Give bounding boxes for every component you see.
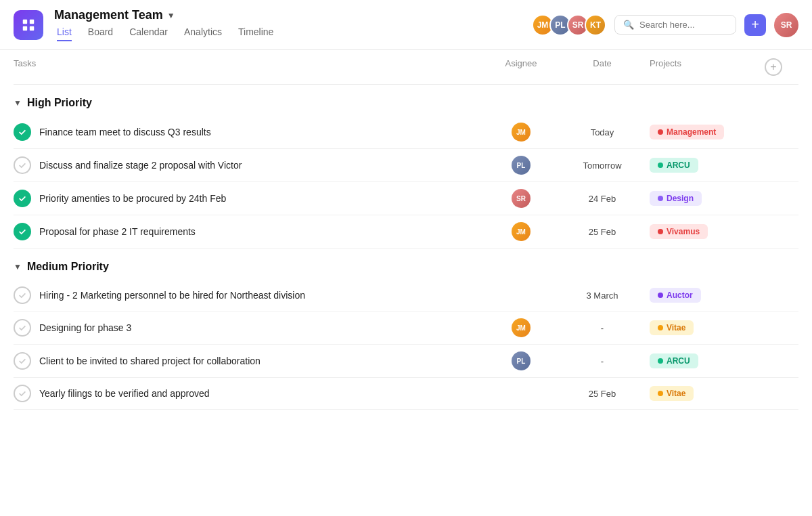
svg-rect-2 [23, 26, 27, 30]
project-cell: Vitae [643, 386, 765, 401]
project-label: Vitae [667, 389, 685, 398]
task-check-area: Client to be invited to shared project f… [14, 352, 480, 370]
section-chevron-icon: ▼ [14, 98, 22, 108]
project-badge[interactable]: Vitae [650, 320, 694, 335]
task-check-area: Proposal for phase 2 IT requirements [14, 223, 480, 240]
check-icon-pending[interactable] [14, 352, 31, 370]
task-name: Designing for phase 3 [39, 322, 131, 333]
assignee-cell: PL [480, 156, 562, 175]
nav-calendar[interactable]: Calendar [129, 26, 168, 41]
task-assignee-avatar: PL [512, 351, 531, 370]
svg-rect-3 [30, 26, 34, 30]
nav-list[interactable]: List [57, 26, 72, 41]
project-cell: Auctor [643, 288, 765, 303]
assignee-cell: SR [480, 189, 562, 208]
assignee-cell: JM [480, 318, 562, 337]
task-name: Client to be invited to shared project f… [39, 356, 261, 366]
task-assignee-avatar: JM [512, 222, 531, 241]
date-cell: - [562, 356, 643, 366]
team-name[interactable]: Management Team ▼ [54, 8, 273, 22]
project-cell: Vitae [643, 320, 765, 335]
table-row: Hiring - 2 Marketing personnel to be hir… [14, 280, 798, 311]
task-check-area: Yearly filings to be verified and approv… [14, 385, 480, 402]
logo-icon [21, 18, 36, 33]
app-header: Management Team ▼ List Board Calendar An… [0, 0, 812, 50]
project-cell: Design [643, 191, 765, 206]
col-date: Date [562, 58, 643, 76]
date-cell: - [562, 323, 643, 333]
date-cell: 25 Feb [562, 389, 643, 399]
team-chevron-icon: ▼ [167, 11, 175, 20]
task-name: Yearly filings to be verified and approv… [39, 388, 210, 399]
task-check-area: Designing for phase 3 [14, 319, 480, 337]
project-cell: Vivamus [643, 224, 765, 239]
search-box[interactable]: 🔍 [614, 15, 736, 35]
table-row: Discuss and finalize stage 2 proposal wi… [14, 149, 798, 182]
table-row: Designing for phase 3 JM - Vitae [14, 311, 798, 345]
task-assignee-avatar: SR [512, 189, 531, 208]
avatar-4: KT [585, 14, 606, 36]
header-right: JM PL SR KT 🔍 + SR [532, 13, 798, 37]
task-name: Hiring - 2 Marketing personnel to be hir… [39, 290, 305, 301]
date-cell: 25 Feb [562, 227, 643, 237]
svg-rect-1 [30, 19, 34, 23]
nav-analytics[interactable]: Analytics [184, 26, 222, 41]
user-avatar[interactable]: SR [774, 13, 798, 37]
assignee-cell: JM [480, 123, 562, 142]
add-button[interactable]: + [744, 14, 766, 36]
check-icon-pending[interactable] [14, 156, 31, 174]
table-row: Priority amenties to be procured by 24th… [14, 182, 798, 215]
add-column-button[interactable]: + [765, 58, 782, 76]
check-icon-pending[interactable] [14, 385, 31, 402]
high-priority-title: High Priority [27, 97, 92, 109]
assignee-cell: PL [480, 351, 562, 370]
check-icon-pending[interactable] [14, 286, 31, 304]
search-input[interactable] [639, 20, 727, 30]
task-check-area: Priority amenties to be procured by 24th… [14, 190, 480, 207]
project-label: ARCU [667, 160, 690, 170]
project-label: ARCU [667, 356, 690, 366]
col-tasks: Tasks [14, 58, 480, 76]
task-name: Priority amenties to be procured by 24th… [39, 193, 226, 204]
project-label: Vitae [667, 323, 685, 332]
task-assignee-avatar: PL [512, 156, 531, 175]
col-add[interactable]: + [765, 58, 798, 76]
table-header: Tasks Asignee Date Projects + [14, 50, 798, 85]
project-label: Design [667, 194, 694, 203]
table-row: Yearly filings to be verified and approv… [14, 378, 798, 410]
project-badge[interactable]: Auctor [650, 288, 701, 303]
check-icon-pending[interactable] [14, 319, 31, 337]
table-row: Finance team meet to discuss Q3 results … [14, 116, 798, 149]
nav-timeline[interactable]: Timeline [238, 26, 273, 41]
project-badge[interactable]: Design [650, 191, 702, 206]
check-icon-completed[interactable] [14, 123, 31, 141]
task-check-area: Hiring - 2 Marketing personnel to be hir… [14, 286, 480, 304]
project-label: Auctor [667, 291, 693, 300]
medium-priority-section-header[interactable]: ▼ Medium Priority [14, 249, 798, 280]
nav-board[interactable]: Board [88, 26, 113, 41]
project-label: Management [667, 127, 716, 137]
project-cell: Management [643, 125, 765, 139]
task-check-area: Discuss and finalize stage 2 proposal wi… [14, 156, 480, 174]
col-projects: Projects [643, 58, 765, 76]
project-badge[interactable]: Vitae [650, 386, 694, 401]
date-cell: Tomorrow [562, 160, 643, 171]
task-name: Proposal for phase 2 IT requirements [39, 226, 196, 237]
task-name: Finance team meet to discuss Q3 results [39, 127, 211, 137]
project-badge[interactable]: ARCU [650, 158, 698, 173]
project-badge[interactable]: Vivamus [650, 224, 708, 239]
project-badge[interactable]: Management [650, 125, 724, 139]
main-nav: List Board Calendar Analytics Timeline [57, 26, 273, 41]
app-logo [14, 10, 43, 40]
check-icon-completed[interactable] [14, 190, 31, 207]
date-cell: Today [562, 127, 643, 137]
date-cell: 3 March [562, 291, 643, 301]
task-name: Discuss and finalize stage 2 proposal wi… [39, 160, 242, 171]
high-priority-section-header[interactable]: ▼ High Priority [14, 85, 798, 116]
project-label: Vivamus [667, 227, 700, 236]
project-badge[interactable]: ARCU [650, 353, 698, 368]
date-cell: 24 Feb [562, 194, 643, 204]
collaborator-avatars: JM PL SR KT [532, 14, 606, 36]
table-row: Client to be invited to shared project f… [14, 345, 798, 378]
check-icon-completed[interactable] [14, 223, 31, 240]
